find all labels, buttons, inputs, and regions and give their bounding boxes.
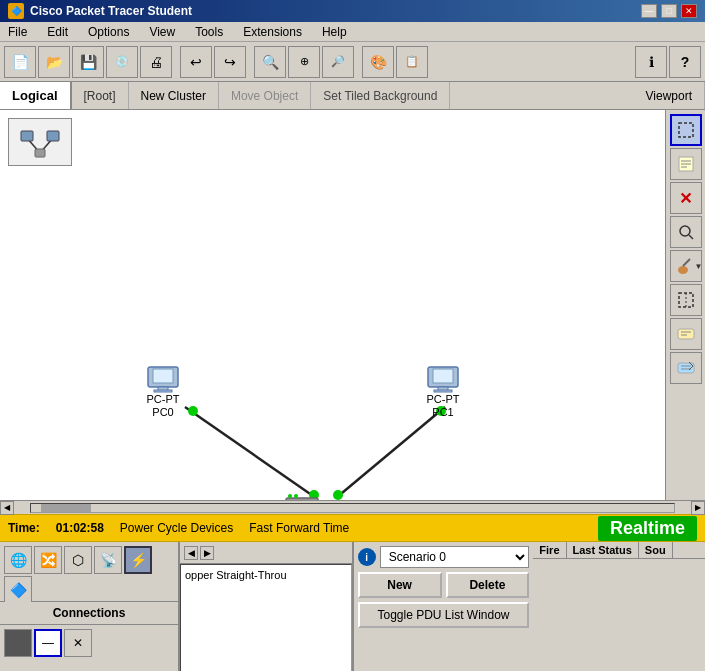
scroll-next-device-button[interactable]: ▶ [200, 546, 214, 560]
device-scroll-header: ◀ ▶ [180, 542, 352, 564]
status-time-value: 01:02:58 [56, 521, 104, 535]
pc0-icon [145, 365, 181, 393]
scenario-select[interactable]: Scenario 0 [380, 546, 530, 568]
svg-rect-2 [21, 131, 33, 141]
nav-logical: Logical [0, 82, 72, 109]
scroll-right-button[interactable]: ▶ [691, 501, 705, 515]
app-title: Cisco Packet Tracer Student [30, 4, 192, 18]
pdu-table-area: Fire Last Status Sou [533, 542, 705, 671]
bottom-panel: 🌐 🔀 ⬡ 📡 ⚡ 🔷 Connections █ — ✕ ◀ ▶ [0, 542, 705, 671]
minimize-button[interactable]: — [641, 4, 657, 18]
menu-file[interactable]: File [4, 23, 31, 41]
new-scenario-button[interactable]: New [358, 572, 442, 598]
palette-button[interactable]: 🎨 [362, 46, 394, 78]
svg-rect-18 [434, 390, 452, 392]
fast-forward-button[interactable]: Fast Forward Time [249, 521, 349, 535]
workspace-thumbnail[interactable] [8, 118, 72, 166]
svg-rect-12 [153, 369, 173, 383]
scroll-arrows: ◀ ▶ [184, 546, 214, 560]
pdu-col-fire: Fire [533, 542, 566, 558]
realtime-badge[interactable]: Realtime [598, 516, 697, 541]
scenario-panel: i Scenario 0 New Delete Toggle PDU List … [354, 542, 534, 671]
hubs-button[interactable]: ⬡ [64, 546, 92, 574]
status-time-label: Time: [8, 521, 40, 535]
menu-edit[interactable]: Edit [43, 23, 72, 41]
add-simple-pdu-button[interactable] [670, 318, 702, 350]
save-button[interactable]: 💾 [72, 46, 104, 78]
right-toolbar: ✕ ▼ [665, 110, 705, 500]
network-diagram [0, 110, 665, 500]
nav-move-object[interactable]: Move Object [219, 82, 311, 109]
menu-extensions[interactable]: Extensions [239, 23, 306, 41]
scroll-left-button[interactable]: ◀ [0, 501, 14, 515]
menu-tools[interactable]: Tools [191, 23, 227, 41]
device-pc0[interactable]: PC-PT PC0 [145, 365, 181, 419]
add-complex-pdu-button[interactable] [670, 352, 702, 384]
zoom-tool-button[interactable] [670, 216, 702, 248]
device-list-button[interactable]: 📋 [396, 46, 428, 78]
scroll-track[interactable] [30, 503, 675, 513]
toggle-pdu-button[interactable]: Toggle PDU List Window [358, 602, 530, 628]
svg-point-32 [680, 226, 690, 236]
console-conn-button[interactable]: █ [4, 629, 32, 657]
help-button[interactable]: ? [669, 46, 701, 78]
delete-tool-button[interactable]: ✕ [670, 182, 702, 214]
crossover-conn-button[interactable]: ✕ [64, 629, 92, 657]
close-button[interactable]: ✕ [681, 4, 697, 18]
scroll-thumb[interactable] [41, 504, 91, 512]
pdu-table-header: Fire Last Status Sou [533, 542, 705, 559]
device-pc1[interactable]: PC-PT PC1 [425, 365, 461, 419]
paint-tool-button[interactable]: ▼ [670, 250, 702, 282]
wireless-button[interactable]: 📡 [94, 546, 122, 574]
pdu-col-source: Sou [639, 542, 673, 558]
zoom-out-button[interactable]: 🔎 [322, 46, 354, 78]
maximize-button[interactable]: □ [661, 4, 677, 18]
security-button[interactable]: ⚡ [124, 546, 152, 574]
horizontal-scrollbar[interactable]: ◀ ▶ [0, 500, 705, 514]
svg-line-5 [185, 407, 316, 498]
new-button[interactable]: 📄 [4, 46, 36, 78]
zoom-in-button[interactable]: 🔍 [254, 46, 286, 78]
nav-new-cluster[interactable]: New Cluster [129, 82, 219, 109]
delete-scenario-button[interactable]: Delete [446, 572, 530, 598]
power-cycle-button[interactable]: Power Cycle Devices [120, 521, 233, 535]
nav-set-tiled-background[interactable]: Set Tiled Background [311, 82, 450, 109]
resize-tool-button[interactable] [670, 284, 702, 316]
select-tool-button[interactable] [670, 114, 702, 146]
device-name-display: opper Straight-Throu [180, 564, 352, 671]
nav-root[interactable]: [Root] [72, 82, 129, 109]
note-tool-button[interactable] [670, 148, 702, 180]
open-button[interactable]: 📂 [38, 46, 70, 78]
routers-button[interactable]: 🌐 [4, 546, 32, 574]
window-controls[interactable]: — □ ✕ [641, 4, 697, 18]
wan-button[interactable]: 🔷 [4, 576, 32, 604]
menu-bar: File Edit Options View Tools Extensions … [0, 22, 705, 42]
undo-button[interactable]: ↩ [180, 46, 212, 78]
print-button[interactable]: 🖨 [140, 46, 172, 78]
svg-rect-38 [678, 329, 694, 339]
pc1-icon [425, 365, 461, 393]
straight-conn-button[interactable]: — [34, 629, 62, 657]
svg-point-26 [294, 494, 298, 498]
svg-point-25 [288, 494, 292, 498]
menu-help[interactable]: Help [318, 23, 351, 41]
pc1-label: PC-PT PC1 [427, 393, 460, 419]
switches-button[interactable]: 🔀 [34, 546, 62, 574]
workspace-container: PC-PT PC0 PC-PT PC1 [0, 110, 705, 500]
scroll-prev-device-button[interactable]: ◀ [184, 546, 198, 560]
switch1-icon [284, 490, 320, 500]
pdu-col-status: Last Status [567, 542, 639, 558]
scenario-header: i Scenario 0 [358, 546, 530, 568]
svg-rect-19 [286, 498, 318, 500]
redo-button[interactable]: ↪ [214, 46, 246, 78]
save-as-button[interactable]: 💿 [106, 46, 138, 78]
workspace[interactable]: PC-PT PC0 PC-PT PC1 [0, 110, 665, 500]
menu-options[interactable]: Options [84, 23, 133, 41]
svg-rect-16 [433, 369, 453, 383]
zoom-fit-button[interactable]: ⊕ [288, 46, 320, 78]
menu-view[interactable]: View [145, 23, 179, 41]
scenario-buttons: New Delete [358, 572, 530, 598]
device-switch1[interactable]: 2950-24 Switch1 [282, 490, 322, 500]
nav-viewport[interactable]: Viewport [634, 82, 705, 109]
info-button[interactable]: ℹ [635, 46, 667, 78]
